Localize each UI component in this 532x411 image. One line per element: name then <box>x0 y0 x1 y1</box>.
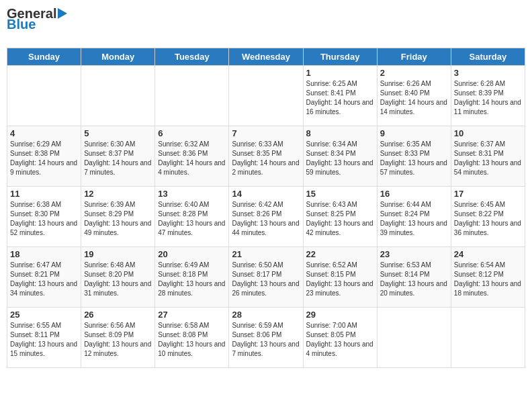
calendar-cell: 24Sunrise: 6:54 AM Sunset: 8:12 PM Dayli… <box>451 247 525 308</box>
calendar-cell: 11Sunrise: 6:38 AM Sunset: 8:30 PM Dayli… <box>7 187 81 247</box>
calendar-cell: 7Sunrise: 6:33 AM Sunset: 8:35 PM Daylig… <box>229 126 303 187</box>
day-number: 1 <box>306 68 374 78</box>
calendar-cell: 5Sunrise: 6:30 AM Sunset: 8:37 PM Daylig… <box>81 126 155 187</box>
day-number: 28 <box>232 310 300 320</box>
calendar-cell: 21Sunrise: 6:50 AM Sunset: 8:17 PM Dayli… <box>229 247 303 308</box>
day-number: 3 <box>454 68 522 78</box>
calendar-cell <box>155 66 229 126</box>
day-number: 25 <box>10 310 78 320</box>
weekday-header-row: SundayMondayTuesdayWednesdayThursdayFrid… <box>7 48 525 66</box>
calendar-cell: 22Sunrise: 6:52 AM Sunset: 8:15 PM Dayli… <box>303 247 377 308</box>
calendar-cell: 4Sunrise: 6:29 AM Sunset: 8:38 PM Daylig… <box>7 126 81 187</box>
day-info: Sunrise: 6:52 AM Sunset: 8:15 PM Dayligh… <box>306 261 374 298</box>
day-info: Sunrise: 6:59 AM Sunset: 8:06 PM Dayligh… <box>232 321 300 359</box>
logo-arrow-icon <box>58 8 67 19</box>
week-row-1: 1Sunrise: 6:25 AM Sunset: 8:41 PM Daylig… <box>7 66 525 126</box>
calendar-cell: 10Sunrise: 6:37 AM Sunset: 8:31 PM Dayli… <box>451 126 525 187</box>
day-info: Sunrise: 6:56 AM Sunset: 8:09 PM Dayligh… <box>84 321 152 359</box>
week-row-4: 18Sunrise: 6:47 AM Sunset: 8:21 PM Dayli… <box>7 247 525 308</box>
day-info: Sunrise: 6:45 AM Sunset: 8:22 PM Dayligh… <box>454 200 522 238</box>
day-number: 11 <box>10 189 78 199</box>
day-info: Sunrise: 6:47 AM Sunset: 8:21 PM Dayligh… <box>10 261 78 298</box>
calendar-cell: 16Sunrise: 6:44 AM Sunset: 8:24 PM Dayli… <box>377 187 451 247</box>
weekday-header-thursday: Thursday <box>303 48 377 66</box>
calendar-cell: 26Sunrise: 6:56 AM Sunset: 8:09 PM Dayli… <box>81 308 155 368</box>
day-number: 12 <box>84 189 152 199</box>
calendar-cell: 9Sunrise: 6:35 AM Sunset: 8:33 PM Daylig… <box>377 126 451 187</box>
calendar-table: SundayMondayTuesdayWednesdayThursdayFrid… <box>7 48 525 368</box>
weekday-header-friday: Friday <box>377 48 451 66</box>
day-number: 23 <box>380 249 448 259</box>
day-info: Sunrise: 6:34 AM Sunset: 8:34 PM Dayligh… <box>306 140 374 177</box>
day-info: Sunrise: 6:42 AM Sunset: 8:26 PM Dayligh… <box>232 200 300 238</box>
day-info: Sunrise: 6:43 AM Sunset: 8:25 PM Dayligh… <box>306 200 374 238</box>
calendar-cell: 14Sunrise: 6:42 AM Sunset: 8:26 PM Dayli… <box>229 187 303 247</box>
day-info: Sunrise: 6:58 AM Sunset: 8:08 PM Dayligh… <box>158 321 226 359</box>
day-number: 20 <box>158 249 226 259</box>
day-info: Sunrise: 6:26 AM Sunset: 8:40 PM Dayligh… <box>380 79 448 117</box>
calendar-cell: 12Sunrise: 6:39 AM Sunset: 8:29 PM Dayli… <box>81 187 155 247</box>
day-info: Sunrise: 6:48 AM Sunset: 8:20 PM Dayligh… <box>84 261 152 298</box>
calendar-cell: 20Sunrise: 6:49 AM Sunset: 8:18 PM Dayli… <box>155 247 229 308</box>
day-number: 21 <box>232 249 300 259</box>
day-number: 27 <box>158 310 226 320</box>
calendar-cell: 18Sunrise: 6:47 AM Sunset: 8:21 PM Dayli… <box>7 247 81 308</box>
week-row-2: 4Sunrise: 6:29 AM Sunset: 8:38 PM Daylig… <box>7 126 525 187</box>
page-header: General Blue <box>7 7 525 44</box>
calendar-cell: 28Sunrise: 6:59 AM Sunset: 8:06 PM Dayli… <box>229 308 303 368</box>
calendar-cell: 1Sunrise: 6:25 AM Sunset: 8:41 PM Daylig… <box>303 66 377 126</box>
day-number: 17 <box>454 189 522 199</box>
calendar-cell <box>7 66 81 126</box>
weekday-header-monday: Monday <box>81 48 155 66</box>
calendar-cell <box>229 66 303 126</box>
day-number: 26 <box>84 310 152 320</box>
calendar-cell: 3Sunrise: 6:28 AM Sunset: 8:39 PM Daylig… <box>451 66 525 126</box>
day-number: 19 <box>84 249 152 259</box>
day-info: Sunrise: 6:38 AM Sunset: 8:30 PM Dayligh… <box>10 200 78 238</box>
weekday-header-wednesday: Wednesday <box>229 48 303 66</box>
weekday-header-sunday: Sunday <box>7 48 81 66</box>
calendar-cell: 23Sunrise: 6:53 AM Sunset: 8:14 PM Dayli… <box>377 247 451 308</box>
day-number: 22 <box>306 249 374 259</box>
day-number: 8 <box>306 128 374 138</box>
calendar-cell: 13Sunrise: 6:40 AM Sunset: 8:28 PM Dayli… <box>155 187 229 247</box>
day-info: Sunrise: 6:50 AM Sunset: 8:17 PM Dayligh… <box>232 261 300 298</box>
day-number: 14 <box>232 189 300 199</box>
logo-blue-text: Blue <box>7 17 36 32</box>
day-info: Sunrise: 6:32 AM Sunset: 8:36 PM Dayligh… <box>158 140 226 177</box>
day-number: 5 <box>84 128 152 138</box>
day-info: Sunrise: 6:49 AM Sunset: 8:18 PM Dayligh… <box>158 261 226 298</box>
week-row-3: 11Sunrise: 6:38 AM Sunset: 8:30 PM Dayli… <box>7 187 525 247</box>
day-number: 6 <box>158 128 226 138</box>
calendar-cell: 19Sunrise: 6:48 AM Sunset: 8:20 PM Dayli… <box>81 247 155 308</box>
calendar-cell: 29Sunrise: 7:00 AM Sunset: 8:05 PM Dayli… <box>303 308 377 368</box>
day-number: 15 <box>306 189 374 199</box>
day-number: 4 <box>10 128 78 138</box>
day-info: Sunrise: 6:54 AM Sunset: 8:12 PM Dayligh… <box>454 261 522 298</box>
day-info: Sunrise: 6:37 AM Sunset: 8:31 PM Dayligh… <box>454 140 522 177</box>
calendar-cell: 2Sunrise: 6:26 AM Sunset: 8:40 PM Daylig… <box>377 66 451 126</box>
calendar-cell <box>451 308 525 368</box>
calendar-cell: 8Sunrise: 6:34 AM Sunset: 8:34 PM Daylig… <box>303 126 377 187</box>
day-info: Sunrise: 6:33 AM Sunset: 8:35 PM Dayligh… <box>232 140 300 177</box>
day-number: 24 <box>454 249 522 259</box>
day-info: Sunrise: 6:35 AM Sunset: 8:33 PM Dayligh… <box>380 140 448 177</box>
day-number: 16 <box>380 189 448 199</box>
weekday-header-tuesday: Tuesday <box>155 48 229 66</box>
calendar-cell <box>81 66 155 126</box>
logo: General Blue <box>7 7 67 44</box>
day-info: Sunrise: 6:53 AM Sunset: 8:14 PM Dayligh… <box>380 261 448 298</box>
day-number: 9 <box>380 128 448 138</box>
day-info: Sunrise: 6:39 AM Sunset: 8:29 PM Dayligh… <box>84 200 152 238</box>
day-number: 29 <box>306 310 374 320</box>
week-row-5: 25Sunrise: 6:55 AM Sunset: 8:11 PM Dayli… <box>7 308 525 368</box>
day-number: 7 <box>232 128 300 138</box>
calendar-cell: 27Sunrise: 6:58 AM Sunset: 8:08 PM Dayli… <box>155 308 229 368</box>
calendar-cell: 25Sunrise: 6:55 AM Sunset: 8:11 PM Dayli… <box>7 308 81 368</box>
day-info: Sunrise: 7:00 AM Sunset: 8:05 PM Dayligh… <box>306 321 374 359</box>
day-info: Sunrise: 6:29 AM Sunset: 8:38 PM Dayligh… <box>10 140 78 177</box>
day-info: Sunrise: 6:28 AM Sunset: 8:39 PM Dayligh… <box>454 79 522 117</box>
calendar-cell: 15Sunrise: 6:43 AM Sunset: 8:25 PM Dayli… <box>303 187 377 247</box>
calendar-cell <box>377 308 451 368</box>
calendar-cell: 6Sunrise: 6:32 AM Sunset: 8:36 PM Daylig… <box>155 126 229 187</box>
